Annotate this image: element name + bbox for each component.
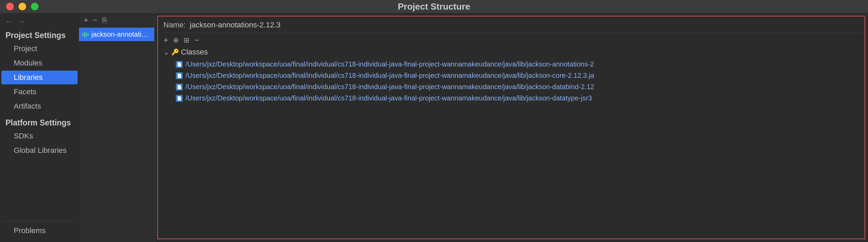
chevron-down-icon[interactable]: ⌄ [163, 48, 169, 56]
remove-library-button[interactable]: − [92, 16, 98, 25]
library-detail-area: Name: jackson-annotations-2.12.3 + ⊕ ⊞ −… [157, 16, 865, 239]
sidebar-item-artifacts[interactable]: Artifacts [1, 99, 78, 113]
file-path[interactable]: /Users/jxz/Desktop/workspace/uoa/final/i… [185, 72, 594, 80]
add-library-button[interactable]: + [83, 16, 89, 25]
platform-settings-label: Platform Settings [0, 116, 79, 129]
key-icon: 🔑 [171, 48, 179, 56]
minimize-button[interactable] [19, 3, 26, 10]
close-button[interactable] [6, 3, 14, 10]
file-path[interactable]: /Users/jxz/Desktop/workspace/uoa/final/i… [185, 94, 592, 102]
sidebar-nav: ← → [0, 16, 79, 29]
sidebar-item-problems[interactable]: Problems [1, 224, 78, 238]
file-list: 📄 /Users/jxz/Desktop/workspace/uoa/final… [158, 59, 865, 104]
library-name: jackson-annotations-2. [91, 31, 151, 38]
sidebar-item-global-libraries[interactable]: Global Libraries [1, 144, 78, 157]
library-icon [82, 32, 89, 37]
left-panel: + − ⎘ jackson-annotations-2. [79, 13, 155, 242]
file-item: 📄 /Users/jxz/Desktop/workspace/uoa/final… [176, 70, 865, 81]
sidebar-item-sdks[interactable]: SDKs [1, 129, 78, 143]
file-path[interactable]: /Users/jxz/Desktop/workspace/uoa/final/i… [185, 83, 594, 91]
window-title: Project Structure [398, 1, 470, 12]
sidebar-item-facets[interactable]: Facets [1, 85, 78, 99]
file-item: 📄 /Users/jxz/Desktop/workspace/uoa/final… [176, 81, 865, 93]
file-item: 📄 /Users/jxz/Desktop/workspace/uoa/final… [176, 59, 865, 70]
sidebar-item-libraries[interactable]: Libraries [1, 71, 78, 84]
name-value: jackson-annotations-2.12.3 [190, 21, 281, 29]
add-jar-button[interactable]: ⊞ [184, 37, 190, 44]
jar-icon: 📄 [176, 95, 183, 102]
title-bar: Project Structure [0, 0, 868, 13]
classes-label: Classes [181, 48, 208, 57]
add-special-button[interactable]: ⊕ [173, 37, 179, 44]
sidebar-item-modules[interactable]: Modules [1, 56, 78, 70]
library-list-item[interactable]: jackson-annotations-2. [79, 28, 154, 41]
forward-arrow-icon[interactable]: → [18, 18, 25, 25]
left-panel-toolbar: + − ⎘ [79, 13, 154, 28]
jar-icon: 📄 [176, 72, 183, 79]
sidebar-item-project[interactable]: Project [1, 42, 78, 56]
file-path[interactable]: /Users/jxz/Desktop/workspace/uoa/final/i… [185, 60, 594, 68]
add-class-button[interactable]: + [163, 36, 168, 44]
jar-icon: 📄 [176, 61, 183, 68]
right-panel: Name: jackson-annotations-2.12.3 + ⊕ ⊞ −… [155, 13, 868, 242]
back-arrow-icon[interactable]: ← [5, 18, 13, 25]
remove-class-button[interactable]: − [194, 36, 199, 44]
name-row: Name: jackson-annotations-2.12.3 [158, 16, 865, 33]
jar-icon: 📄 [176, 84, 183, 90]
classes-row: ⌄ 🔑 Classes [158, 46, 865, 59]
detail-toolbar: + ⊕ ⊞ − [158, 33, 865, 46]
copy-library-button[interactable]: ⎘ [102, 16, 107, 25]
project-settings-label: Project Settings [0, 29, 79, 41]
traffic-lights [6, 3, 38, 10]
sidebar-divider [4, 221, 75, 221]
file-item: 📄 /Users/jxz/Desktop/workspace/uoa/final… [176, 93, 865, 104]
sidebar: ← → Project Settings Project Modules Lib… [0, 13, 79, 242]
main-layout: ← → Project Settings Project Modules Lib… [0, 13, 868, 242]
maximize-button[interactable] [31, 3, 38, 10]
name-label: Name: [163, 21, 186, 29]
